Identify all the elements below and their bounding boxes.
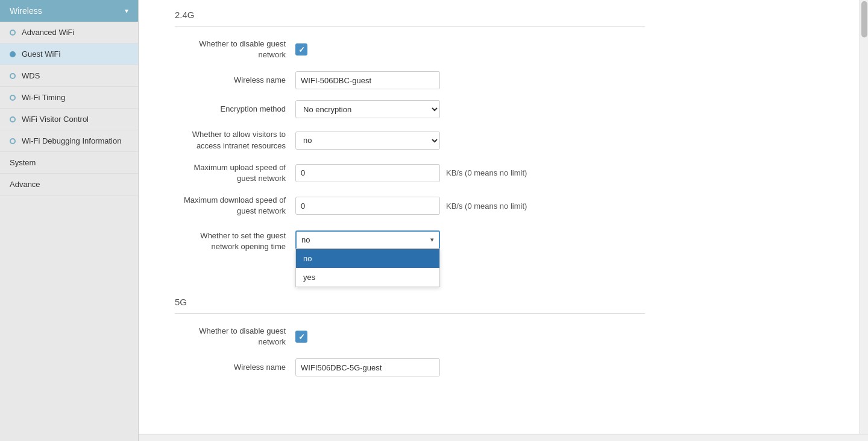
sidebar-label-system: System (10, 158, 36, 167)
opening-time-chevron-icon: ▾ (430, 236, 434, 244)
sidebar-item-system[interactable]: System (0, 152, 138, 174)
opening-time-options-list: no yes (295, 249, 440, 287)
sidebar-item-advanced-wifi[interactable]: Advanced WiFi (0, 22, 138, 43)
sidebar-dot-guest-wifi (10, 51, 16, 57)
sidebar-wireless-section[interactable]: Wireless ▾ (0, 0, 138, 22)
download-speed-suffix: KB/s (0 means no limit) (446, 201, 527, 211)
right-scrollbar[interactable] (860, 0, 868, 434)
disable-guest-5g-checkbox[interactable] (295, 331, 307, 343)
upload-speed-row: Maximum upload speed of guest network KB… (175, 162, 645, 184)
sidebar-dot-wifi-timing (10, 95, 16, 101)
opening-time-current-value: no (301, 235, 310, 244)
main-content: 2.4G Whether to disable guest network Wi… (139, 0, 868, 441)
disable-guest-checkbox[interactable] (295, 43, 307, 56)
wireless-name-5g-input[interactable] (295, 358, 440, 376)
upload-speed-input[interactable] (295, 164, 440, 182)
wireless-name-5g-label: Wireless name (175, 362, 295, 373)
wireless-name-label: Wireless name (175, 75, 295, 86)
download-speed-row: Maximum download speed of guest network … (175, 195, 645, 217)
sidebar-item-wifi-debugging[interactable]: Wi-Fi Debugging Information (0, 130, 138, 152)
wireless-name-row: Wireless name (175, 71, 645, 89)
upload-speed-suffix: KB/s (0 means no limit) (446, 168, 527, 177)
opening-time-dropdown-container[interactable]: no ▾ no yes (295, 230, 440, 249)
sidebar-item-wds[interactable]: WDS (0, 65, 138, 87)
opening-time-option-yes[interactable]: yes (296, 268, 439, 287)
sidebar-item-guest-wifi[interactable]: Guest WiFi (0, 43, 138, 65)
sidebar-label-wifi-timing: Wi-Fi Timing (22, 93, 65, 102)
bottom-scrollbar[interactable] (139, 434, 868, 441)
sidebar-item-wifi-timing[interactable]: Wi-Fi Timing (0, 87, 138, 109)
allow-visitors-row: Whether to allow visitors to access intr… (175, 129, 645, 151)
disable-guest-row: Whether to disable guest network (175, 39, 645, 60)
sidebar-dot-wifi-debugging (10, 138, 16, 144)
sidebar-label-wifi-visitor-control: WiFi Visitor Control (22, 115, 89, 124)
opening-time-row: Whether to set the guest network opening… (175, 228, 645, 252)
encryption-select[interactable]: No encryption WPA2-PSK WPA-PSK (295, 100, 440, 118)
wireless-name-input[interactable] (295, 71, 440, 89)
sidebar-dot-wds (10, 73, 16, 79)
opening-time-select-display[interactable]: no ▾ (295, 230, 440, 249)
wireless-chevron-icon: ▾ (125, 7, 128, 15)
opening-time-label: Whether to set the guest network opening… (175, 230, 295, 252)
encryption-method-row: Encryption method No encryption WPA2-PSK… (175, 100, 645, 118)
sidebar-label-advanced-wifi: Advanced WiFi (22, 28, 74, 37)
sidebar-label-advance: Advance (10, 180, 40, 189)
allow-visitors-label: Whether to allow visitors to access intr… (175, 129, 295, 151)
disable-guest-label: Whether to disable guest network (175, 39, 295, 60)
sidebar-wireless-label: Wireless (10, 6, 42, 16)
encryption-label: Encryption method (175, 104, 295, 115)
upload-speed-label: Maximum upload speed of guest network (175, 162, 295, 184)
disable-guest-5g-row: Whether to disable guest network (175, 326, 645, 347)
sidebar-item-wifi-visitor-control[interactable]: WiFi Visitor Control (0, 109, 138, 130)
sidebar-label-guest-wifi: Guest WiFi (22, 49, 60, 59)
section-5g-title: 5G (175, 287, 645, 314)
section-2-4g-title: 2.4G (175, 0, 645, 27)
allow-visitors-select[interactable]: no yes (295, 132, 440, 150)
download-speed-label: Maximum download speed of guest network (175, 195, 295, 217)
sidebar-dot-wifi-visitor-control (10, 116, 16, 122)
wireless-name-5g-row: Wireless name (175, 358, 645, 376)
sidebar-dot-advanced-wifi (10, 30, 16, 36)
download-speed-input[interactable] (295, 197, 440, 215)
sidebar-item-advance[interactable]: Advance (0, 174, 138, 195)
opening-time-option-no[interactable]: no (296, 249, 439, 268)
sidebar: Wireless ▾ Advanced WiFi Guest WiFi WDS … (0, 0, 139, 441)
sidebar-label-wds: WDS (22, 71, 40, 80)
sidebar-label-wifi-debugging: Wi-Fi Debugging Information (22, 136, 121, 145)
disable-guest-5g-label: Whether to disable guest network (175, 326, 295, 347)
